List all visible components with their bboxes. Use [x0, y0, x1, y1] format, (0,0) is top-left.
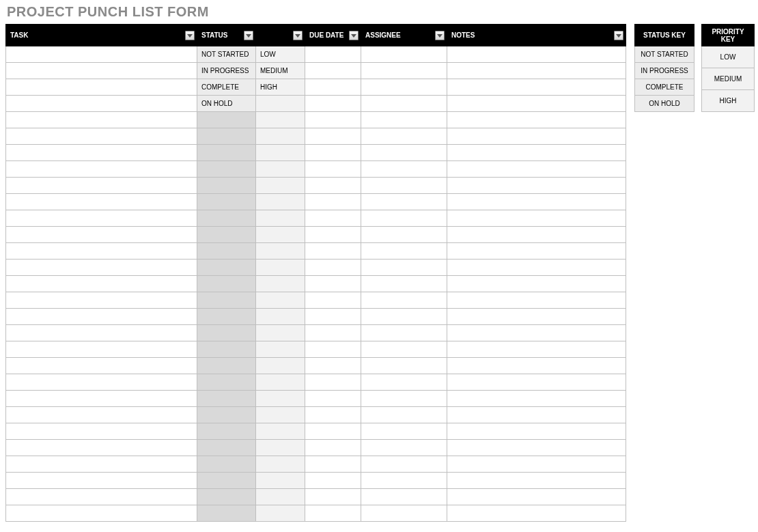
cell-status[interactable]	[197, 227, 256, 243]
cell-priority[interactable]	[256, 505, 305, 522]
cell-notes[interactable]	[447, 423, 626, 440]
cell-status[interactable]	[197, 374, 256, 391]
cell-due[interactable]	[305, 374, 361, 391]
cell-notes[interactable]	[447, 341, 626, 358]
cell-status[interactable]	[197, 161, 256, 178]
cell-task[interactable]	[6, 243, 197, 260]
cell-notes[interactable]	[447, 63, 626, 79]
cell-notes[interactable]	[447, 194, 626, 210]
cell-due[interactable]	[305, 341, 361, 358]
cell-priority[interactable]	[256, 227, 305, 243]
cell-task[interactable]	[6, 325, 197, 341]
cell-due[interactable]	[305, 292, 361, 309]
cell-assignee[interactable]	[361, 358, 447, 374]
cell-status[interactable]	[197, 276, 256, 292]
cell-assignee[interactable]	[361, 96, 447, 112]
cell-assignee[interactable]	[361, 128, 447, 145]
cell-due[interactable]	[305, 194, 361, 210]
cell-notes[interactable]	[447, 128, 626, 145]
cell-status[interactable]	[197, 473, 256, 489]
cell-assignee[interactable]	[361, 407, 447, 423]
cell-assignee[interactable]	[361, 341, 447, 358]
cell-task[interactable]	[6, 341, 197, 358]
cell-assignee[interactable]	[361, 63, 447, 79]
cell-assignee[interactable]	[361, 473, 447, 489]
cell-priority[interactable]: LOW	[256, 46, 305, 63]
cell-assignee[interactable]	[361, 178, 447, 194]
cell-notes[interactable]	[447, 243, 626, 260]
cell-status[interactable]	[197, 489, 256, 505]
cell-status[interactable]	[197, 423, 256, 440]
cell-assignee[interactable]	[361, 276, 447, 292]
cell-notes[interactable]	[447, 440, 626, 456]
cell-priority[interactable]	[256, 128, 305, 145]
cell-due[interactable]	[305, 407, 361, 423]
cell-notes[interactable]	[447, 276, 626, 292]
cell-due[interactable]	[305, 161, 361, 178]
cell-task[interactable]	[6, 96, 197, 112]
cell-task[interactable]	[6, 473, 197, 489]
cell-assignee[interactable]	[361, 440, 447, 456]
cell-due[interactable]	[305, 96, 361, 112]
cell-task[interactable]	[6, 456, 197, 473]
cell-notes[interactable]	[447, 391, 626, 407]
cell-assignee[interactable]	[361, 243, 447, 260]
cell-priority[interactable]	[256, 391, 305, 407]
cell-notes[interactable]	[447, 505, 626, 522]
cell-task[interactable]	[6, 128, 197, 145]
cell-notes[interactable]	[447, 227, 626, 243]
cell-due[interactable]	[305, 456, 361, 473]
col-header-notes[interactable]: NOTES	[447, 25, 626, 46]
cell-notes[interactable]	[447, 260, 626, 276]
cell-priority[interactable]	[256, 161, 305, 178]
cell-task[interactable]	[6, 260, 197, 276]
cell-status[interactable]	[197, 309, 256, 325]
cell-priority[interactable]	[256, 260, 305, 276]
cell-priority[interactable]	[256, 489, 305, 505]
cell-notes[interactable]	[447, 79, 626, 96]
cell-due[interactable]	[305, 276, 361, 292]
cell-task[interactable]	[6, 194, 197, 210]
cell-task[interactable]	[6, 505, 197, 522]
cell-priority[interactable]	[256, 243, 305, 260]
cell-status[interactable]	[197, 456, 256, 473]
cell-due[interactable]	[305, 358, 361, 374]
cell-task[interactable]	[6, 423, 197, 440]
col-header-due[interactable]: DUE DATE	[305, 25, 361, 46]
cell-task[interactable]	[6, 112, 197, 128]
cell-due[interactable]	[305, 440, 361, 456]
cell-assignee[interactable]	[361, 374, 447, 391]
cell-task[interactable]	[6, 210, 197, 227]
cell-status[interactable]	[197, 260, 256, 276]
cell-task[interactable]	[6, 46, 197, 63]
cell-priority[interactable]	[256, 456, 305, 473]
cell-priority[interactable]	[256, 473, 305, 489]
cell-task[interactable]	[6, 391, 197, 407]
cell-status[interactable]	[197, 292, 256, 309]
cell-assignee[interactable]	[361, 227, 447, 243]
col-header-task[interactable]: TASK	[6, 25, 197, 46]
cell-task[interactable]	[6, 489, 197, 505]
cell-status[interactable]: ON HOLD	[197, 96, 256, 112]
cell-due[interactable]	[305, 145, 361, 161]
cell-status[interactable]	[197, 243, 256, 260]
cell-notes[interactable]	[447, 161, 626, 178]
cell-assignee[interactable]	[361, 194, 447, 210]
cell-notes[interactable]	[447, 46, 626, 63]
cell-task[interactable]	[6, 276, 197, 292]
cell-due[interactable]	[305, 243, 361, 260]
cell-status[interactable]	[197, 391, 256, 407]
cell-notes[interactable]	[447, 309, 626, 325]
cell-status[interactable]	[197, 341, 256, 358]
cell-assignee[interactable]	[361, 112, 447, 128]
cell-priority[interactable]	[256, 112, 305, 128]
cell-task[interactable]	[6, 227, 197, 243]
cell-task[interactable]	[6, 407, 197, 423]
cell-notes[interactable]	[447, 96, 626, 112]
cell-assignee[interactable]	[361, 391, 447, 407]
cell-assignee[interactable]	[361, 79, 447, 96]
cell-status[interactable]	[197, 178, 256, 194]
cell-assignee[interactable]	[361, 456, 447, 473]
cell-due[interactable]	[305, 128, 361, 145]
cell-task[interactable]	[6, 440, 197, 456]
